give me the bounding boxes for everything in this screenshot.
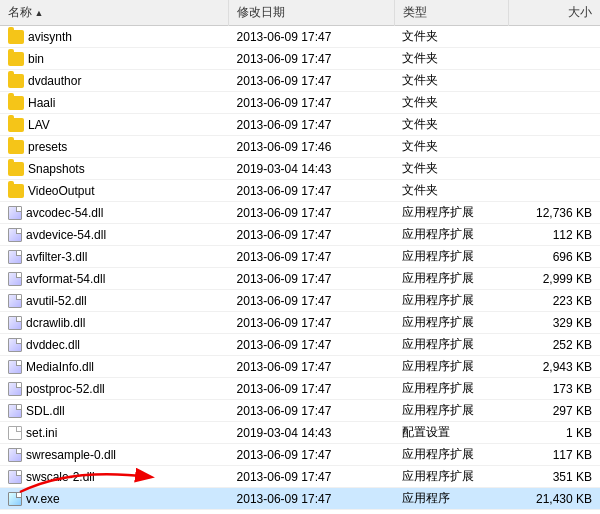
file-size: 117 KB — [509, 444, 600, 466]
dll-icon — [8, 382, 22, 396]
table-row[interactable]: LAV 2013-06-09 17:47 文件夹 — [0, 114, 600, 136]
file-type: 文件夹 — [394, 114, 508, 136]
folder-icon — [8, 96, 24, 110]
table-row[interactable]: Snapshots 2019-03-04 14:43 文件夹 — [0, 158, 600, 180]
file-date: 2019-03-04 14:43 — [229, 422, 395, 444]
table-row[interactable]: dcrawlib.dll 2013-06-09 17:47 应用程序扩展 329… — [0, 312, 600, 334]
file-date: 2013-06-09 17:47 — [229, 356, 395, 378]
dll-icon — [8, 206, 22, 220]
file-type: 应用程序扩展 — [394, 356, 508, 378]
file-date: 2013-06-09 17:47 — [229, 378, 395, 400]
table-row[interactable]: swscale-2.dll 2013-06-09 17:47 应用程序扩展 35… — [0, 466, 600, 488]
table-row[interactable]: VideoOutput 2013-06-09 17:47 文件夹 — [0, 180, 600, 202]
table-row[interactable]: avisynth 2013-06-09 17:47 文件夹 — [0, 26, 600, 48]
folder-icon — [8, 74, 24, 88]
file-date: 2013-06-09 17:47 — [229, 400, 395, 422]
table-row[interactable]: postproc-52.dll 2013-06-09 17:47 应用程序扩展 … — [0, 378, 600, 400]
file-type: 文件夹 — [394, 180, 508, 202]
file-date: 2013-06-09 17:47 — [229, 114, 395, 136]
table-row[interactable]: avfilter-3.dll 2013-06-09 17:47 应用程序扩展 6… — [0, 246, 600, 268]
file-type: 应用程序 — [394, 488, 508, 510]
folder-icon — [8, 118, 24, 132]
table-row[interactable]: SDL.dll 2013-06-09 17:47 应用程序扩展 297 KB — [0, 400, 600, 422]
file-date: 2013-06-09 17:47 — [229, 246, 395, 268]
dll-icon — [8, 404, 22, 418]
file-date: 2013-06-09 17:47 — [229, 92, 395, 114]
table-row[interactable]: presets 2013-06-09 17:46 文件夹 — [0, 136, 600, 158]
file-date: 2013-06-09 17:47 — [229, 334, 395, 356]
file-date: 2013-06-09 17:47 — [229, 202, 395, 224]
file-date: 2013-06-09 17:47 — [229, 488, 395, 510]
table-row[interactable]: bin 2013-06-09 17:47 文件夹 — [0, 48, 600, 70]
folder-icon — [8, 30, 24, 44]
dll-icon — [8, 470, 22, 484]
file-type: 应用程序扩展 — [394, 312, 508, 334]
file-date: 2013-06-09 17:47 — [229, 290, 395, 312]
file-table: 名称 修改日期 类型 大小 avisynth 2013-06-09 17:47 … — [0, 0, 600, 510]
table-row[interactable]: MediaInfo.dll 2013-06-09 17:47 应用程序扩展 2,… — [0, 356, 600, 378]
file-type: 应用程序扩展 — [394, 444, 508, 466]
file-size: 112 KB — [509, 224, 600, 246]
file-name: set.ini — [26, 426, 57, 440]
dll-icon — [8, 360, 22, 374]
file-date: 2013-06-09 17:47 — [229, 180, 395, 202]
file-size — [509, 92, 600, 114]
file-size — [509, 70, 600, 92]
exe-icon — [8, 492, 22, 506]
file-type: 应用程序扩展 — [394, 378, 508, 400]
col-header-type[interactable]: 类型 — [394, 0, 508, 26]
col-header-name[interactable]: 名称 — [0, 0, 229, 26]
file-name: LAV — [28, 118, 50, 132]
file-type: 应用程序扩展 — [394, 268, 508, 290]
file-size — [509, 48, 600, 70]
file-name: avfilter-3.dll — [26, 250, 87, 264]
file-size — [509, 180, 600, 202]
file-name: vv.exe — [26, 492, 60, 506]
table-row[interactable]: vv.exe 2013-06-09 17:47 应用程序 21,430 KB — [0, 488, 600, 510]
file-size: 173 KB — [509, 378, 600, 400]
file-name: postproc-52.dll — [26, 382, 105, 396]
file-type: 应用程序扩展 — [394, 400, 508, 422]
table-row[interactable]: dvddec.dll 2013-06-09 17:47 应用程序扩展 252 K… — [0, 334, 600, 356]
file-size — [509, 136, 600, 158]
file-size: 2,943 KB — [509, 356, 600, 378]
file-name: bin — [28, 52, 44, 66]
ini-icon — [8, 426, 22, 440]
file-size: 21,430 KB — [509, 488, 600, 510]
file-date: 2013-06-09 17:47 — [229, 312, 395, 334]
file-date: 2013-06-09 17:47 — [229, 466, 395, 488]
file-date: 2013-06-09 17:47 — [229, 268, 395, 290]
file-size — [509, 158, 600, 180]
file-size: 696 KB — [509, 246, 600, 268]
dll-icon — [8, 272, 22, 286]
file-name: avisynth — [28, 30, 72, 44]
col-header-size[interactable]: 大小 — [509, 0, 600, 26]
folder-icon — [8, 162, 24, 176]
file-explorer: 名称 修改日期 类型 大小 avisynth 2013-06-09 17:47 … — [0, 0, 600, 514]
file-name: avutil-52.dll — [26, 294, 87, 308]
table-row[interactable]: set.ini 2019-03-04 14:43 配置设置 1 KB — [0, 422, 600, 444]
table-row[interactable]: swresample-0.dll 2013-06-09 17:47 应用程序扩展… — [0, 444, 600, 466]
file-name: SDL.dll — [26, 404, 65, 418]
table-row[interactable]: avutil-52.dll 2013-06-09 17:47 应用程序扩展 22… — [0, 290, 600, 312]
table-header: 名称 修改日期 类型 大小 — [0, 0, 600, 26]
file-type: 文件夹 — [394, 26, 508, 48]
file-size: 329 KB — [509, 312, 600, 334]
file-size: 351 KB — [509, 466, 600, 488]
table-row[interactable]: Haali 2013-06-09 17:47 文件夹 — [0, 92, 600, 114]
table-row[interactable]: dvdauthor 2013-06-09 17:47 文件夹 — [0, 70, 600, 92]
file-size: 2,999 KB — [509, 268, 600, 290]
table-row[interactable]: avformat-54.dll 2013-06-09 17:47 应用程序扩展 … — [0, 268, 600, 290]
file-date: 2013-06-09 17:46 — [229, 136, 395, 158]
file-type: 应用程序扩展 — [394, 334, 508, 356]
folder-icon — [8, 52, 24, 66]
table-row[interactable]: avcodec-54.dll 2013-06-09 17:47 应用程序扩展 1… — [0, 202, 600, 224]
file-type: 应用程序扩展 — [394, 466, 508, 488]
file-type: 文件夹 — [394, 158, 508, 180]
table-row[interactable]: avdevice-54.dll 2013-06-09 17:47 应用程序扩展 … — [0, 224, 600, 246]
file-size: 252 KB — [509, 334, 600, 356]
file-date: 2013-06-09 17:47 — [229, 70, 395, 92]
file-type: 文件夹 — [394, 70, 508, 92]
file-date: 2019-03-04 14:43 — [229, 158, 395, 180]
col-header-date[interactable]: 修改日期 — [229, 0, 395, 26]
